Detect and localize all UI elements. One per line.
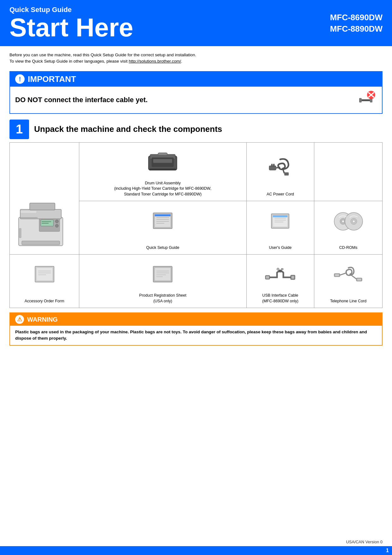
users-guide-cell: User's Guide [246,201,314,255]
important-box: ! IMPORTANT DO NOT connect the interface… [9,71,383,114]
svg-rect-37 [155,214,171,216]
svg-rect-23 [158,153,167,155]
footer: USA/CAN Version 0 1 [0,538,392,555]
svg-line-75 [350,274,356,279]
svg-rect-27 [273,164,274,166]
telephone-line-cord-image [317,258,380,290]
warning-header: ⚠ WARNING [10,313,382,326]
accessory-order-form-cell: Accessory Order Form [10,255,79,308]
model-number: MFC-8690DW MFC-8890DW [330,12,383,35]
telephone-line-cord-cell: Telephone Line Cord [314,255,383,308]
svg-rect-16 [21,211,36,213]
warning-label: WARNING [27,316,58,323]
printer-cell [10,142,79,255]
svg-rect-71 [335,274,339,276]
drum-unit-image [82,146,244,178]
no-cable-icon [355,90,377,109]
svg-rect-64 [292,276,294,279]
step1-number: 1 [9,120,29,139]
header-left: Quick Setup Guide Start Here [9,6,133,40]
step1-title: Unpack the machine and check the compone… [34,124,222,134]
components-table: Drum Unit Assembly(including High-Yield … [9,142,383,308]
warning-icon: ⚠ [15,315,24,324]
warning-box: ⚠ WARNING Plastic bags are used in the p… [9,312,383,346]
svg-rect-14 [20,217,38,218]
svg-rect-56 [155,268,171,281]
ac-power-cord-cell: AC Power Cord [246,142,314,201]
header-main-title: Start Here [9,15,133,40]
important-icon: ! [15,74,25,84]
accessory-order-form-label: Accessory Order Form [12,293,76,304]
quick-setup-guide-cell: Quick Setup Guide [79,201,247,255]
quick-setup-guide-image [82,205,244,237]
svg-point-12 [55,220,58,223]
table-row: Drum Unit Assembly(including High-Yield … [10,142,383,201]
warning-text: Plastic bags are used in the packaging o… [15,329,377,342]
usb-cable-label: USB Interface Cable(MFC-8690DW only) [249,293,312,304]
svg-point-68 [277,268,279,270]
users-guide-image [249,205,312,237]
cd-roms-image [317,205,380,237]
drum-unit-label: Drum Unit Assembly(including High-Yield … [82,181,244,197]
important-header: ! IMPORTANT [10,72,382,87]
svg-rect-69 [281,268,283,270]
table-row: Accessory Order Form Product Registratio… [10,255,383,308]
intro-url[interactable]: http://solutions.brother.com/ [129,59,181,64]
product-registration-label: Product Registration Sheet(USA only) [82,293,244,304]
svg-point-13 [55,224,58,227]
footer-version: USA/CAN Version 0 [0,538,392,546]
printer-image [12,200,69,250]
accessory-order-form-image [12,258,76,290]
svg-rect-15 [19,228,21,238]
header-right: MFC-8690DW MFC-8890DW [330,12,383,35]
svg-rect-62 [266,276,269,279]
svg-rect-25 [269,166,276,170]
important-body-text: DO NOT connect the interface cable yet. [15,96,148,104]
cd-roms-cell: CD-ROMs [314,201,383,255]
quick-setup-guide-label: Quick Setup Guide [82,239,244,250]
svg-rect-2 [359,98,362,102]
important-label: IMPORTANT [28,74,76,84]
usb-cable-image [249,258,312,290]
svg-rect-22 [153,159,172,163]
ac-power-cord-image [249,151,312,183]
svg-rect-8 [30,203,55,210]
svg-rect-0 [361,99,371,101]
intro-text: Before you can use the machine, read thi… [9,52,383,65]
footer-bar: 1 [0,546,392,555]
svg-point-46 [342,220,344,223]
warning-body: Plastic bags are used in the packaging o… [10,326,382,345]
footer-page-number: 1 [386,548,389,553]
cd-roms-label: CD-ROMs [317,239,380,250]
usb-cable-cell: USB Interface Cable(MFC-8690DW only) [246,255,314,308]
drum-unit-cell: Drum Unit Assembly(including High-Yield … [79,142,247,201]
svg-rect-9 [22,241,60,245]
svg-rect-18 [42,223,49,224]
svg-rect-74 [357,279,361,281]
product-registration-cell: Product Registration Sheet(USA only) [79,255,247,308]
important-body: DO NOT connect the interface cable yet. [10,87,382,113]
svg-rect-17 [42,221,51,222]
ac-power-cord-label: AC Power Cord [249,186,312,197]
product-registration-image [82,258,244,290]
svg-rect-51 [37,268,52,281]
svg-rect-29 [284,172,289,176]
svg-rect-24 [149,169,176,170]
intro-section: Before you can use the machine, read thi… [0,46,392,68]
telephone-line-cord-label: Telephone Line Cord [317,293,380,304]
step1-section: 1 Unpack the machine and check the compo… [9,120,383,139]
svg-rect-43 [273,215,287,217]
svg-line-72 [340,273,346,275]
users-guide-label: User's Guide [249,239,312,250]
svg-rect-26 [271,164,273,166]
svg-point-49 [353,220,355,223]
header: Quick Setup Guide Start Here MFC-8690DW … [0,0,392,46]
svg-line-28 [276,167,280,168]
